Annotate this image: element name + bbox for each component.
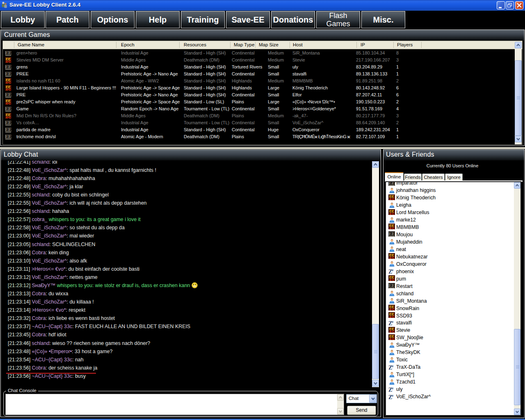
svg-text:AºC: AºC xyxy=(6,102,11,105)
svg-text:AºC: AºC xyxy=(6,81,11,84)
svg-text:AºC: AºC xyxy=(389,330,395,333)
svg-text:EE: EE xyxy=(388,283,395,288)
svg-text:EE: EE xyxy=(5,71,11,77)
svg-text:AºC: AºC xyxy=(389,308,395,310)
svg-text:EE: EE xyxy=(5,120,11,126)
svg-text:AºC: AºC xyxy=(6,60,11,63)
svg-text:AºC: AºC xyxy=(389,227,395,229)
svg-text:AºC: AºC xyxy=(389,338,395,340)
svg-text:AºC: AºC xyxy=(6,116,11,119)
svg-text:EE: EE xyxy=(5,106,11,112)
svg-text:AºC: AºC xyxy=(6,88,11,91)
svg-text:EE: EE xyxy=(5,50,11,56)
svg-text:AºC: AºC xyxy=(389,198,395,200)
svg-text:EE: EE xyxy=(5,134,11,139)
svg-text:AºC: AºC xyxy=(389,315,395,318)
svg-text:AºC: AºC xyxy=(389,278,395,281)
svg-text:EE: EE xyxy=(5,92,11,98)
svg-text:EE: EE xyxy=(5,64,11,70)
svg-text:AºC: AºC xyxy=(389,256,395,259)
svg-text:EE: EE xyxy=(388,231,395,237)
svg-text:AºC: AºC xyxy=(389,212,395,215)
svg-text:EE: EE xyxy=(5,127,11,132)
svg-text:EE: EE xyxy=(388,181,395,186)
